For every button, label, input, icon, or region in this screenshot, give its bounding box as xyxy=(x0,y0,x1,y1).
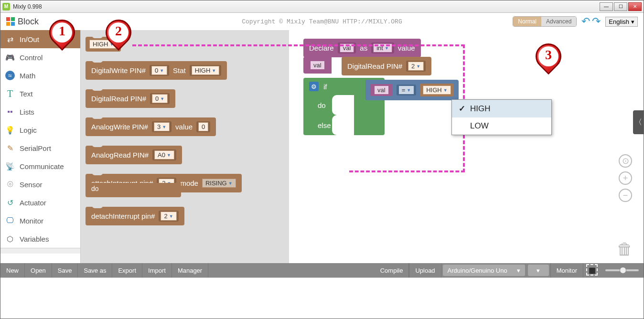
pin-dropdown[interactable]: A0▼ xyxy=(154,150,174,160)
pin-dropdown[interactable]: 2▼ xyxy=(408,62,424,71)
gamepad-icon: 🎮 xyxy=(5,53,15,62)
do-slot[interactable]: do xyxy=(86,183,181,197)
slider-thumb[interactable] xyxy=(620,267,626,274)
lists-icon: ▪▪ xyxy=(5,107,15,117)
block-digitalread[interactable]: DigitalRead PIN# 0▼ xyxy=(86,89,175,108)
chevron-down-icon: ▼ xyxy=(443,88,448,93)
block-label: detachInterrupt pin# xyxy=(91,212,155,220)
pin-dropdown[interactable]: 0▼ xyxy=(151,66,167,75)
minimize-button[interactable]: ― xyxy=(600,2,613,11)
block-digitalwrite[interactable]: DigitalWrite PIN# 0▼ Stat HIGH▼ xyxy=(86,61,227,80)
var-field[interactable]: val xyxy=(340,43,354,53)
stat-label: Stat xyxy=(173,66,186,74)
center-button[interactable]: ⊙ xyxy=(619,154,632,168)
zoom-in-button[interactable]: + xyxy=(619,171,632,185)
dish-icon: 📡 xyxy=(5,161,15,171)
cat-text[interactable]: TText xyxy=(0,85,80,103)
chip-icon[interactable]: ▦ xyxy=(586,264,598,276)
cat-label: Monitor xyxy=(20,217,43,225)
block-analogwrite[interactable]: AnalogWrite PIN# 3▼ value 0 xyxy=(86,117,216,136)
manager-button[interactable]: Manager xyxy=(172,263,208,277)
open-button[interactable]: Open xyxy=(25,263,52,277)
block-flyout: HIGH▼ DigitalWrite PIN# 0▼ Stat HIGH▼ Di… xyxy=(81,30,289,263)
stat-dropdown[interactable]: HIGH▼ xyxy=(192,66,219,75)
redo-button[interactable]: ↷ xyxy=(592,15,601,28)
puzzle-icon xyxy=(6,17,15,26)
dropdown-item-high[interactable]: ✓HIGH xyxy=(452,100,551,117)
saveas-button[interactable]: Save as xyxy=(78,263,112,277)
sidebar-scrollbar[interactable] xyxy=(0,248,80,254)
mode-advanced-button[interactable]: Advanced xyxy=(541,17,576,26)
pin-dropdown[interactable]: 2▼ xyxy=(161,212,176,221)
dropdown-item-low[interactable]: LOW xyxy=(452,117,551,135)
op-dropdown[interactable]: =▼ xyxy=(398,85,415,95)
actuator-icon: ↺ xyxy=(5,198,15,207)
collapse-panel-button[interactable]: 〈 xyxy=(633,110,644,134)
cat-label: SerialPort xyxy=(20,144,51,152)
cat-communicate[interactable]: 📡Communicate xyxy=(0,157,80,175)
block-var-assign[interactable]: val xyxy=(303,57,332,74)
zoom-slider[interactable] xyxy=(601,263,644,277)
cat-label: Text xyxy=(20,90,33,98)
cat-serialport[interactable]: ✎SerialPort xyxy=(0,139,80,157)
chevron-down-icon: ▼ xyxy=(228,181,233,186)
bulb-icon: 💡 xyxy=(5,125,15,135)
mode-normal-button[interactable]: Normal xyxy=(513,17,541,26)
board-select[interactable]: Arduino/Genuino Uno▾ xyxy=(443,265,525,276)
variable-icon: ⬡ xyxy=(5,234,15,244)
marker-3: 3 xyxy=(536,43,561,77)
block-condition[interactable]: val =▼ HIGH▼ xyxy=(365,80,459,100)
export-button[interactable]: Export xyxy=(112,263,142,277)
chevron-down-icon: ▼ xyxy=(160,96,164,101)
trash-icon[interactable]: 🗑 xyxy=(617,240,633,258)
pin-dropdown[interactable]: 3▼ xyxy=(154,122,170,131)
pin-dropdown[interactable]: 0▼ xyxy=(152,94,168,103)
upload-button[interactable]: Upload xyxy=(409,263,441,277)
dd-label: LOW xyxy=(470,121,489,131)
block-declare[interactable]: Declare val as int▼ value xyxy=(303,39,421,57)
new-button[interactable]: New xyxy=(0,263,25,277)
workspace[interactable]: Declare val as int▼ value val DigitalRea… xyxy=(289,30,644,263)
zoom-out-button[interactable]: − xyxy=(619,189,632,202)
block-analogread[interactable]: AnalogRead PIN# A0▼ xyxy=(86,146,182,164)
mode-dropdown[interactable]: RISING▼ xyxy=(202,179,236,188)
check-icon: ✓ xyxy=(459,104,465,114)
maximize-button[interactable]: ☐ xyxy=(614,2,627,11)
dd-label: HIGH xyxy=(470,104,491,114)
chevron-down-icon: ▼ xyxy=(169,214,173,219)
port-select[interactable]: ▾ xyxy=(528,265,549,276)
cat-monitor[interactable]: 🖵Monitor xyxy=(0,212,80,230)
block-digitalread-ws[interactable]: DigitalRead PIN# 2▼ xyxy=(342,57,431,75)
monitor-button[interactable]: Monitor xyxy=(550,263,583,277)
app-icon: M xyxy=(2,3,10,11)
blocks-label-text: Block xyxy=(18,17,39,27)
undo-button[interactable]: ↶ xyxy=(581,15,590,28)
chevron-down-icon: ▼ xyxy=(416,64,420,69)
import-button[interactable]: Import xyxy=(142,263,172,277)
highlow-dropdown[interactable]: HIGH▼ xyxy=(423,85,451,95)
titlebar: M Mixly 0.998 ― ☐ ✕ xyxy=(0,0,644,13)
cat-actuator[interactable]: ↺Actuator xyxy=(0,193,80,212)
cat-logic[interactable]: 💡Logic xyxy=(0,121,80,139)
cat-variables[interactable]: ⬡Variables xyxy=(0,230,80,248)
value-field[interactable]: 0 xyxy=(198,122,208,131)
blocks-tab[interactable]: Block xyxy=(6,17,39,27)
cat-sensor[interactable]: ⦾Sensor xyxy=(0,175,80,193)
zoom-controls: ⊙ + − xyxy=(619,154,632,202)
save-button[interactable]: Save xyxy=(52,263,78,277)
declare-label: Declare xyxy=(309,44,334,52)
type-dropdown[interactable]: int▼ xyxy=(373,43,392,53)
compile-button[interactable]: Compile xyxy=(375,263,409,277)
close-button[interactable]: ✕ xyxy=(628,2,642,11)
language-value: English xyxy=(609,18,629,25)
cat-label: Communicate xyxy=(20,162,64,170)
var-field[interactable]: val xyxy=(310,61,325,70)
cat-lists[interactable]: ▪▪Lists xyxy=(0,103,80,121)
language-select[interactable]: English ▾ xyxy=(605,17,638,27)
gear-icon[interactable]: ⚙ xyxy=(309,82,319,91)
var-chip[interactable]: val xyxy=(374,85,389,95)
chevron-down-icon: ▼ xyxy=(212,68,216,73)
block-detachinterrupt[interactable]: detachInterrupt pin# 2▼ xyxy=(86,207,184,225)
if-label: if xyxy=(323,83,327,91)
cat-math[interactable]: ≈Math xyxy=(0,66,80,85)
